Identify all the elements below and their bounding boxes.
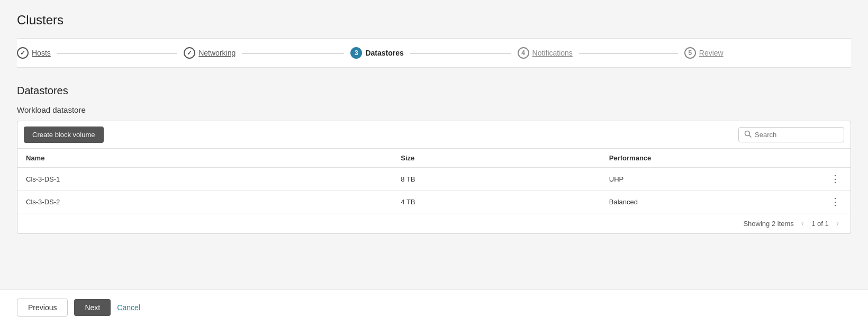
table-row: Cls-3-DS-1 8 TB UHP ⋮ [17,168,851,191]
cell-performance: UHP [601,168,809,191]
step-review: 5 Review [684,47,851,59]
table-footer: Showing 2 items ‹ 1 of 1 › [17,213,851,233]
col-header-size: Size [392,149,601,168]
cell-size: 8 TB [392,168,601,191]
step-icon-datastores: 3 [350,47,362,59]
cancel-button[interactable]: Cancel [117,303,140,312]
subsection-title: Workload datastore [17,105,851,114]
step-line-4 [579,53,678,53]
search-box [738,127,844,142]
cell-performance: Balanced [601,191,809,213]
previous-button[interactable]: Previous [17,299,68,317]
cell-actions: ⋮ [809,168,851,191]
svg-line-1 [749,136,752,138]
step-networking: ✓ Networking [184,47,350,59]
table-toolbar: Create block volume [17,121,851,149]
step-notifications: 4 Notifications [518,47,684,59]
cell-actions: ⋮ [809,191,851,213]
step-label-datastores: Datastores [365,49,403,57]
search-input[interactable] [755,131,838,139]
create-block-volume-button[interactable]: Create block volume [24,127,104,143]
table-header-row: Name Size Performance [17,149,851,168]
pagination-next-button[interactable]: › [833,218,842,229]
col-header-performance: Performance [601,149,809,168]
row-menu-button[interactable]: ⋮ [828,197,842,206]
step-hosts: ✓ Hosts [17,47,184,59]
next-button[interactable]: Next [74,299,111,316]
cell-name: Cls-3-DS-1 [17,168,392,191]
cell-name: Cls-3-DS-2 [17,191,392,213]
stepper: ✓ Hosts ✓ Networking 3 Datastores 4 [17,38,851,68]
showing-items-label: Showing 2 items [743,220,793,228]
section-title: Datastores [17,85,851,97]
step-icon-notifications: 4 [518,47,529,59]
pagination-prev-button[interactable]: ‹ [798,218,807,229]
datastore-table: Name Size Performance Cls-3-DS-1 8 TB UH… [17,149,851,213]
search-icon [744,130,752,139]
page-info: 1 of 1 [811,220,829,228]
step-line-2 [242,53,344,53]
step-line-3 [410,53,511,53]
step-line-1 [57,53,177,53]
row-menu-button[interactable]: ⋮ [828,174,842,184]
step-datastores: 3 Datastores [350,47,517,59]
datastore-table-container: Create block volume Name Size Performanc… [17,121,851,234]
bottom-bar: Previous Next Cancel [0,290,868,325]
col-header-actions [809,149,851,168]
table-row: Cls-3-DS-2 4 TB Balanced ⋮ [17,191,851,213]
step-icon-networking: ✓ [184,47,195,59]
col-header-name: Name [17,149,392,168]
step-label-review[interactable]: Review [699,49,724,57]
step-label-notifications[interactable]: Notifications [532,49,573,57]
step-icon-hosts: ✓ [17,47,29,59]
step-icon-review: 5 [684,47,696,59]
step-label-networking[interactable]: Networking [198,49,236,57]
cell-size: 4 TB [392,191,601,213]
page-title: Clusters [17,13,851,28]
step-label-hosts[interactable]: Hosts [32,49,51,57]
